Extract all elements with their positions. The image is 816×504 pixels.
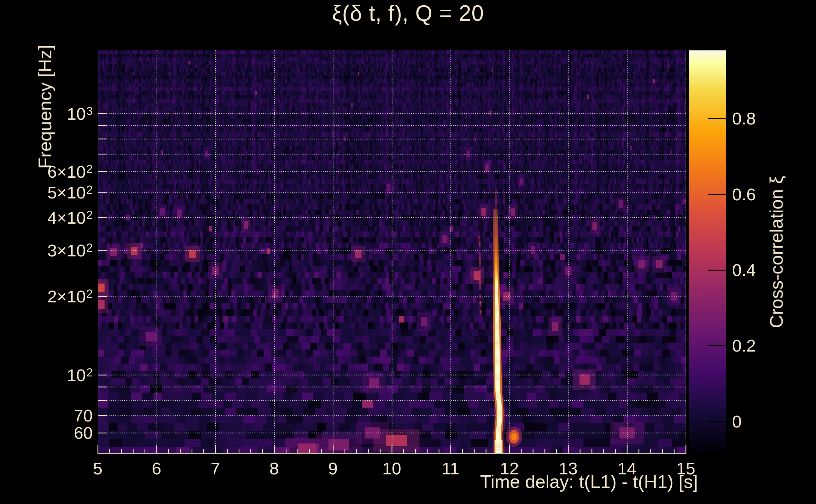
y-tick-label: 103: [67, 103, 93, 123]
colorbar-tick-label: 0.8: [732, 109, 756, 128]
y-axis-label: Frequency [Hz]: [34, 45, 55, 169]
x-tick-label: 12: [500, 459, 519, 478]
x-tick-label: 9: [328, 459, 338, 478]
x-tick-label: 6: [152, 459, 161, 478]
colorbar-tick-label: 0: [732, 412, 742, 431]
x-tick-label: 13: [559, 459, 577, 478]
colorbar: [689, 50, 726, 454]
colorbar-tick-mark: [708, 270, 726, 271]
x-tick-label: 5: [93, 459, 102, 478]
colorbar-tick-mark: [708, 421, 726, 422]
x-tick-label: 8: [269, 459, 279, 478]
colorbar-tick-label: 0.4: [732, 260, 756, 280]
chart-title: ξ(δ t, f), Q = 20: [0, 1, 816, 26]
colorbar-label: Cross-correlation ξ: [766, 176, 787, 328]
y-tick-label: 60: [74, 423, 93, 443]
x-tick-label: 14: [618, 459, 636, 478]
colorbar-tick-label: 0.6: [732, 185, 756, 204]
x-tick-label: 15: [676, 459, 695, 478]
y-tick-label: 102: [67, 365, 93, 385]
x-tick-label: 10: [382, 459, 401, 478]
colorbar-tick-mark: [708, 345, 726, 346]
colorbar-tick-mark: [708, 194, 726, 195]
y-tick-label: 3×102: [47, 240, 93, 260]
colorbar-tick-label: 0.2: [732, 336, 756, 355]
y-tick-label: 70: [74, 406, 93, 425]
y-tick-label: 5×102: [47, 182, 93, 202]
y-tick-label: 4×102: [47, 207, 93, 227]
colorbar-tick-mark: [708, 118, 726, 119]
x-tick-label: 7: [211, 459, 220, 478]
x-tick-label: 11: [442, 459, 459, 478]
figure: ξ(δ t, f), Q = 20 Frequency [Hz] Time de…: [0, 0, 816, 504]
y-tick-label: 2×102: [47, 286, 93, 306]
y-tick-label: 6×102: [47, 161, 93, 181]
